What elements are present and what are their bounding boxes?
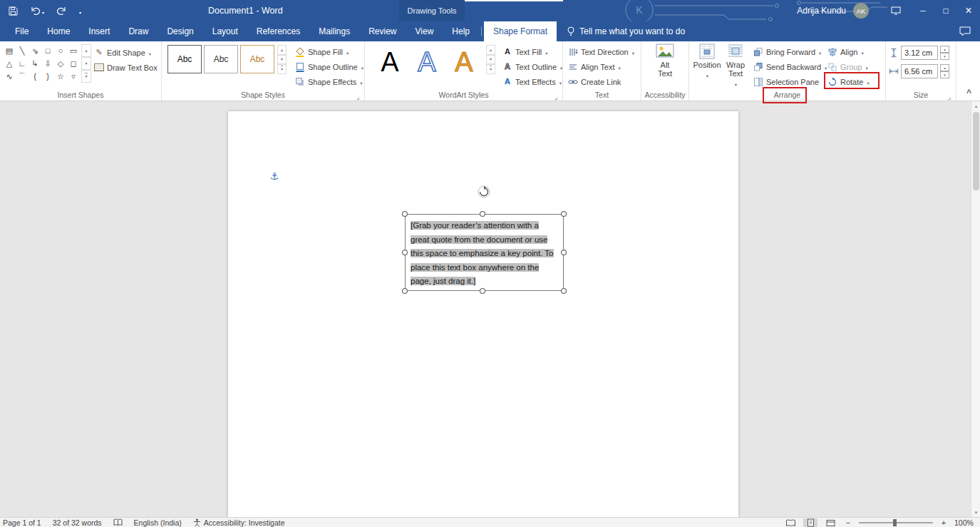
redo-button[interactable] bbox=[54, 0, 69, 21]
rotate-handle[interactable] bbox=[478, 185, 490, 198]
insert-shape-icon[interactable]: ☆ bbox=[54, 70, 67, 83]
insert-shape-icon[interactable]: ◻ bbox=[67, 57, 80, 70]
shape-outline-button[interactable]: Shape Outline bbox=[294, 60, 365, 73]
create-link-button[interactable]: Create Link bbox=[567, 75, 622, 88]
insert-shape-icon[interactable]: □ bbox=[41, 44, 54, 57]
wordart-preview[interactable]: A bbox=[372, 42, 408, 82]
styles-down-button[interactable] bbox=[277, 55, 287, 65]
gallery-down-button[interactable] bbox=[81, 57, 91, 70]
gallery-more-button[interactable] bbox=[81, 70, 91, 83]
shape-style-preview[interactable]: Abc bbox=[240, 45, 274, 73]
scroll-down-button[interactable] bbox=[971, 508, 980, 517]
web-layout-button[interactable] bbox=[823, 518, 837, 527]
shape-style-preview[interactable]: Abc bbox=[204, 45, 238, 73]
shape-height-input[interactable] bbox=[901, 46, 938, 60]
collapse-ribbon-button[interactable] bbox=[966, 87, 971, 98]
styles-up-button[interactable] bbox=[277, 45, 287, 55]
text-direction-button[interactable]: Text Direction bbox=[567, 45, 636, 58]
customize-qat-button[interactable] bbox=[76, 0, 84, 21]
zoom-slider[interactable] bbox=[859, 522, 933, 523]
tab-insert[interactable]: Insert bbox=[79, 21, 119, 41]
tab-draw[interactable]: Draw bbox=[119, 21, 158, 41]
resize-handle-right[interactable] bbox=[561, 250, 567, 255]
ribbon-display-options-button[interactable] bbox=[884, 0, 907, 21]
wordart-down-button[interactable] bbox=[486, 55, 495, 65]
wordart-more-button[interactable] bbox=[486, 64, 495, 74]
tab-review[interactable]: Review bbox=[359, 21, 406, 41]
maximize-button[interactable] bbox=[934, 0, 957, 21]
insert-shape-icon[interactable]: ╲ bbox=[16, 44, 29, 57]
insert-shape-icon[interactable]: △ bbox=[3, 57, 16, 70]
text-fill-button[interactable]: A Text Fill bbox=[501, 45, 550, 58]
close-button[interactable] bbox=[957, 0, 980, 21]
gallery-up-button[interactable] bbox=[81, 44, 91, 57]
insert-shape-icon[interactable]: ▤ bbox=[3, 44, 16, 57]
insert-shape-icon[interactable]: ○ bbox=[54, 44, 67, 57]
document-page[interactable] bbox=[228, 111, 738, 517]
height-spin-down-button[interactable] bbox=[940, 53, 949, 60]
accessibility-checker[interactable]: Accessibility: Investigate bbox=[193, 518, 285, 527]
tab-view[interactable]: View bbox=[406, 21, 443, 41]
tab-file[interactable]: File bbox=[6, 21, 38, 41]
insert-shape-icon[interactable]: ⇘ bbox=[29, 44, 41, 57]
resize-handle-top-right[interactable] bbox=[561, 211, 567, 217]
tab-help[interactable]: Help bbox=[443, 21, 479, 41]
tab-shape-format[interactable]: Shape Format bbox=[484, 21, 557, 41]
undo-button[interactable] bbox=[28, 0, 47, 21]
word-count[interactable]: 32 of 32 words bbox=[53, 518, 102, 527]
user-name[interactable]: Adrija Kundu bbox=[797, 6, 846, 16]
bring-forward-button[interactable]: Bring Forward bbox=[752, 45, 822, 58]
read-mode-button[interactable] bbox=[783, 518, 798, 527]
zoom-slider-thumb[interactable] bbox=[893, 519, 897, 526]
language-indicator[interactable]: English (India) bbox=[134, 518, 182, 527]
zoom-out-button[interactable] bbox=[843, 518, 853, 527]
insert-shape-icon[interactable]: ∟ bbox=[16, 57, 29, 70]
send-backward-button[interactable]: Send Backward bbox=[752, 60, 828, 73]
wrap-text-button[interactable]: Wrap Text bbox=[722, 44, 749, 98]
print-layout-button[interactable] bbox=[803, 518, 817, 527]
insert-shape-icon[interactable]: } bbox=[41, 70, 54, 83]
resize-handle-bottom[interactable] bbox=[480, 288, 485, 294]
width-spin-down-button[interactable] bbox=[940, 71, 949, 78]
proofing-button[interactable] bbox=[113, 518, 123, 526]
insert-shape-icon[interactable]: ↳ bbox=[29, 57, 41, 70]
tab-home[interactable]: Home bbox=[38, 21, 79, 41]
align-button[interactable]: Align bbox=[826, 45, 865, 58]
tab-mailings[interactable]: Mailings bbox=[309, 21, 359, 41]
wordart-up-button[interactable] bbox=[486, 45, 495, 55]
minimize-button[interactable] bbox=[912, 0, 934, 21]
wordart-preview[interactable]: A bbox=[446, 42, 482, 82]
text-outline-button[interactable]: A Text Outline bbox=[501, 60, 564, 73]
insert-shape-icon[interactable]: ⌒ bbox=[16, 70, 29, 83]
tab-layout[interactable]: Layout bbox=[203, 21, 247, 41]
insert-shape-icon[interactable]: ▭ bbox=[67, 44, 80, 57]
tab-references[interactable]: References bbox=[247, 21, 309, 41]
contextual-tool-header[interactable]: Drawing Tools bbox=[399, 0, 465, 21]
position-button[interactable]: Position bbox=[693, 44, 721, 98]
shape-style-preview[interactable]: Abc bbox=[167, 45, 202, 73]
rotate-button[interactable]: Rotate bbox=[826, 75, 871, 88]
insert-shape-icon[interactable]: { bbox=[29, 70, 41, 83]
styles-more-button[interactable] bbox=[277, 64, 287, 74]
text-effects-button[interactable]: A Text Effects bbox=[501, 75, 563, 88]
zoom-in-button[interactable] bbox=[939, 518, 949, 527]
shape-effects-button[interactable]: Shape Effects bbox=[294, 75, 364, 88]
edit-shape-button[interactable]: Edit Shape bbox=[93, 46, 153, 59]
shape-fill-button[interactable]: Shape Fill bbox=[294, 45, 350, 58]
insert-shape-icon[interactable]: ◇ bbox=[54, 57, 67, 70]
resize-handle-top-left[interactable] bbox=[402, 211, 408, 217]
wordart-preview[interactable]: A bbox=[409, 42, 445, 82]
avatar[interactable]: AK bbox=[853, 3, 869, 19]
insert-shape-icon[interactable]: ▿ bbox=[67, 70, 80, 83]
resize-handle-top[interactable] bbox=[480, 211, 485, 217]
insert-shape-icon[interactable]: ⇩ bbox=[41, 57, 54, 70]
resize-handle-left[interactable] bbox=[402, 250, 408, 255]
text-box-content[interactable]: [Grab your reader’s attention with a gre… bbox=[411, 221, 554, 285]
height-spin-up-button[interactable] bbox=[940, 46, 949, 53]
tab-design[interactable]: Design bbox=[158, 21, 202, 41]
resize-handle-bottom-left[interactable] bbox=[402, 288, 408, 294]
feedback-button[interactable] bbox=[956, 21, 974, 41]
page-indicator[interactable]: Page 1 of 1 bbox=[3, 518, 41, 527]
insert-shape-icon[interactable]: ∿ bbox=[3, 70, 16, 83]
selection-pane-button[interactable]: Selection Pane bbox=[752, 75, 820, 88]
